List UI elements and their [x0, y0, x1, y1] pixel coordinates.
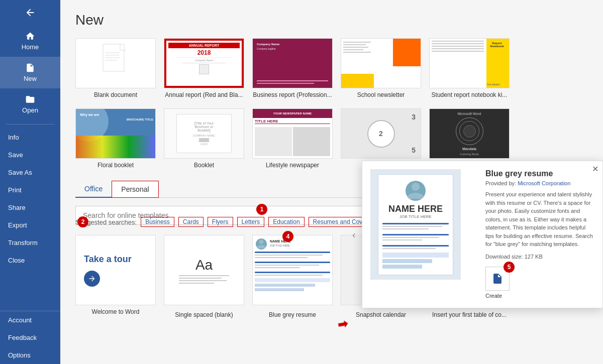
template-tour[interactable]: Take a tour Welcome to Word: [75, 235, 156, 318]
sidebar-nav: Home New Open Info Save Save As Print Sh…: [0, 25, 60, 311]
create-label: Create: [485, 293, 510, 299]
template-business-thumb: Company Name Company tagline: [252, 38, 333, 88]
blank-doc-icon: [100, 43, 131, 83]
tab-personal[interactable]: Personal: [112, 181, 158, 198]
template-blank[interactable]: Blank document: [75, 38, 156, 98]
badge-4: 4: [282, 231, 293, 242]
sidebar-item-open-label: Open: [22, 106, 38, 114]
template-lifestyle-label: Lifestyle newspaper: [266, 162, 319, 169]
badge-1: 1: [256, 204, 267, 215]
suggested-tag-letters[interactable]: Letters: [237, 217, 265, 227]
sidebar-divider: [6, 124, 54, 125]
overlay-close-button[interactable]: ✕: [592, 164, 598, 174]
sidebar-item-print[interactable]: Print: [0, 181, 60, 199]
sidebar-item-feedback[interactable]: Feedback: [0, 329, 60, 346]
template-single[interactable]: Aa Single spaced (blank): [164, 235, 244, 318]
overlay-body: ‹ NAME HERE JOB TITLE HERE: [362, 161, 602, 308]
overlay-lines: [382, 223, 449, 269]
suggested-tag-business[interactable]: Business: [141, 217, 174, 227]
template-circle-thumb: 2 3 5: [341, 108, 421, 159]
sidebar-item-open[interactable]: Open: [0, 88, 60, 120]
badge-5: 5: [504, 262, 515, 273]
sidebar-item-home-label: Home: [22, 43, 39, 51]
template-annual[interactable]: ANNUAL REPORT 2018 Company Name Annual r…: [164, 38, 244, 98]
badge-2: 2: [77, 216, 88, 227]
template-floral[interactable]: Why we are BROCHURE TITLE Floral booklet: [75, 108, 156, 169]
sidebar-item-account[interactable]: Account: [0, 311, 60, 329]
template-snapshot-label: Snapshot calendar: [356, 311, 406, 318]
template-single-thumb: Aa: [164, 235, 244, 305]
back-button[interactable]: [0, 0, 60, 25]
page-title: New: [75, 12, 588, 28]
template-business-label: Business report (Profession...: [253, 91, 332, 98]
template-blank-label: Blank document: [94, 91, 137, 98]
template-tour-label: Welcome to Word: [92, 308, 140, 315]
template-mandala[interactable]: Microsoft Word Mandala Coloring Book: [429, 108, 510, 169]
template-insert-label: Insert your first table of co...: [432, 311, 507, 318]
sidebar-item-new-label: New: [24, 75, 37, 82]
tab-office[interactable]: Office: [75, 181, 112, 198]
suggested-tag-cards[interactable]: Cards: [178, 217, 204, 227]
sidebar: Home New Open Info Save Save As Print Sh…: [0, 0, 60, 364]
template-blue-grey-label: Blue grey resume: [269, 311, 316, 318]
overlay-title: Blue grey resume: [485, 169, 594, 178]
template-booklet[interactable]: [Title of YourBrochure orBooklet] [COMPA…: [164, 108, 244, 169]
sidebar-item-info[interactable]: Info: [0, 129, 60, 146]
overlay-preview: ‹ NAME HERE JOB TITLE HERE: [370, 169, 479, 300]
sidebar-item-options[interactable]: Options: [0, 346, 60, 364]
template-school-label: School newsletter: [357, 91, 405, 98]
template-single-label: Single spaced (blank): [175, 311, 233, 318]
home-icon: [25, 31, 35, 41]
create-doc-icon: [491, 273, 504, 285]
open-icon: [25, 94, 35, 104]
overlay-photo: [406, 181, 426, 201]
sidebar-item-close[interactable]: Close: [0, 252, 60, 269]
overlay-description: Present your experience and talent styli…: [485, 190, 594, 249]
template-booklet-label: Booklet: [194, 162, 214, 169]
svg-rect-1: [105, 52, 120, 53]
overlay-name: NAME HERE: [388, 204, 443, 214]
overlay-panel: ✕ ‹ NAME HERE JOB TITLE HERE: [362, 161, 603, 308]
top-templates: Blank document ANNUAL REPORT 2018 Compan…: [75, 38, 588, 98]
template-student-label: Student report notebook ki...: [432, 91, 508, 98]
template-circle[interactable]: 2 3 5: [341, 108, 421, 169]
back-icon: [25, 7, 36, 18]
sidebar-bottom: Account Feedback Options: [0, 311, 60, 364]
template-floral-thumb: Why we are BROCHURE TITLE: [75, 108, 156, 159]
template-student[interactable]: Report Notebook Get started Student repo…: [429, 38, 510, 98]
overlay-prev-button[interactable]: ‹: [352, 228, 356, 240]
sidebar-item-transform[interactable]: Transform: [0, 234, 60, 252]
template-school[interactable]: School newsletter: [341, 38, 421, 98]
sidebar-item-export[interactable]: Export: [0, 216, 60, 234]
sidebar-item-share[interactable]: Share: [0, 199, 60, 216]
new-icon: [25, 63, 35, 73]
overlay-jobtitle: JOB TITLE HERE: [399, 214, 432, 219]
template-blank-thumb: [75, 38, 156, 88]
overlay-provider-name: Microsoft Corporation: [518, 180, 570, 186]
template-blue-grey[interactable]: 4 NAME HERE JOB TITLE HERE: [252, 235, 333, 318]
svg-rect-2: [105, 55, 119, 56]
template-resume-thumb: NAME HERE JOB TITLE HERE: [252, 235, 333, 305]
suggested-tag-education[interactable]: Education: [268, 217, 304, 227]
overlay-info: Blue grey resume Provided by: Microsoft …: [485, 169, 594, 300]
tour-arrow-icon: [88, 275, 96, 283]
tour-arrow: [84, 271, 100, 287]
svg-rect-3: [105, 57, 120, 58]
template-booklet-thumb: [Title of YourBrochure orBooklet] [COMPA…: [164, 108, 244, 159]
overlay-download-size: Download size: 127 KB: [485, 254, 594, 260]
tour-title: Take a tour: [84, 254, 132, 265]
template-lifestyle-thumb: YOUR NEWSPAPER NAME TITLE HERE: [252, 108, 333, 159]
sidebar-item-new[interactable]: New: [0, 57, 60, 88]
suggested-tag-flyers[interactable]: Flyers: [208, 217, 233, 227]
sidebar-item-home[interactable]: Home: [0, 25, 60, 57]
template-lifestyle[interactable]: YOUR NEWSPAPER NAME TITLE HERE Lifestyle…: [252, 108, 333, 169]
overlay-preview-container: NAME HERE JOB TITLE HERE: [370, 169, 461, 280]
template-business[interactable]: Company Name Company tagline Business re…: [252, 38, 333, 98]
template-mandala-thumb: Microsoft Word Mandala Coloring Book: [429, 108, 510, 159]
template-annual-thumb: ANNUAL REPORT 2018 Company Name: [164, 38, 244, 88]
sidebar-item-save[interactable]: Save: [0, 146, 60, 164]
sidebar-item-save-as[interactable]: Save As: [0, 164, 60, 181]
template-floral-label: Floral booklet: [97, 162, 134, 169]
tour-card: Take a tour: [75, 235, 156, 305]
overlay-preview-card: NAME HERE JOB TITLE HERE: [378, 174, 453, 275]
